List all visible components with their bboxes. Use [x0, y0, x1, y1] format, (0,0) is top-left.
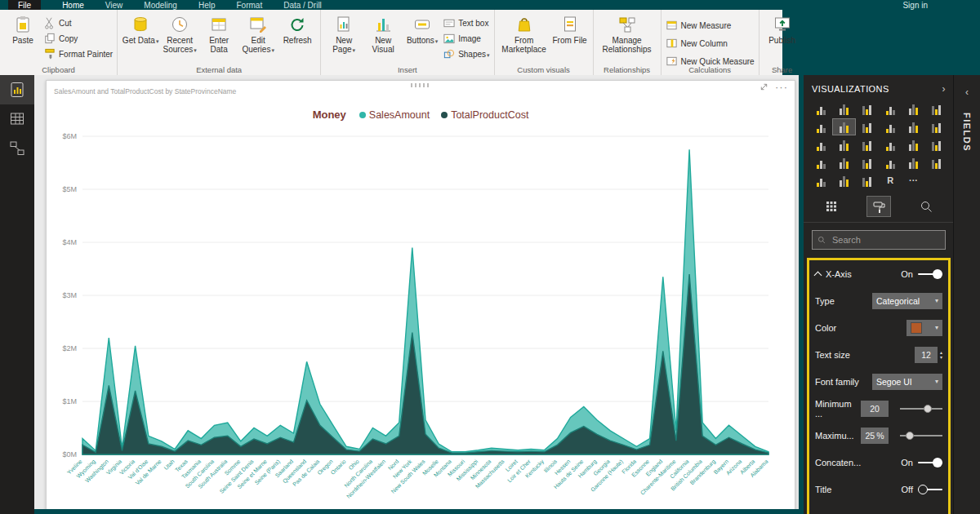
button-icon [412, 15, 432, 34]
kpi-icon[interactable] [926, 155, 947, 171]
multi-row-card-icon[interactable] [902, 155, 924, 171]
panel-tabs [804, 197, 954, 223]
from-file-button[interactable]: From File [551, 12, 589, 45]
analytics-tab[interactable] [915, 197, 938, 216]
copy-button[interactable]: Copy [43, 32, 113, 45]
scissors-icon [43, 16, 56, 29]
scatter-chart-icon[interactable] [833, 137, 854, 153]
format-highlight: X-Axis On Type Categorical▾ Color ▾ Text… [807, 258, 951, 514]
legend-item-totalproductcost[interactable]: TotalProductCost [441, 109, 528, 121]
data-view-button[interactable] [0, 104, 34, 134]
new-column-button[interactable]: New Column [666, 37, 755, 50]
maximum-input[interactable]: 25% [861, 428, 889, 444]
stacked-area-chart-icon[interactable] [857, 119, 878, 135]
title-toggle[interactable] [918, 484, 942, 495]
format-row-minimum: Minimum ... 20 [815, 395, 942, 422]
search-input[interactable] [831, 234, 940, 246]
r-script-visual-icon[interactable]: R [880, 173, 901, 188]
color-swatch [911, 322, 922, 334]
chart-plot-area[interactable]: $0M$1M$2M$3M$4M$5M$6MYvelineWyomingWashi… [50, 126, 785, 509]
collapse-panel-icon[interactable]: › [942, 83, 946, 95]
cut-button[interactable]: Cut [43, 16, 113, 29]
format-painter-button[interactable]: Format Painter [43, 47, 113, 60]
new-page-icon [334, 15, 354, 34]
sign-in-button[interactable]: Sign in [902, 0, 928, 11]
card-icon[interactable] [880, 155, 901, 171]
area-chart-visual[interactable]: ··· SalesAmount and TotalProductCost by … [46, 80, 795, 509]
new-visual-button[interactable]: New Visual [364, 12, 402, 54]
svg-text:$0M: $0M [62, 450, 77, 459]
pie-chart-icon[interactable] [857, 137, 878, 153]
more-options-icon[interactable]: ··· [775, 83, 788, 91]
paste-icon [13, 15, 33, 34]
fields-pane-collapsed[interactable]: ‹ FIELDS [953, 75, 980, 514]
map-icon[interactable] [926, 137, 947, 153]
minimum-slider[interactable] [900, 408, 942, 410]
paste-button[interactable]: Paste [4, 12, 42, 45]
line-and-clustered-column-chart-icon[interactable] [880, 119, 901, 135]
refresh-button[interactable]: Refresh [278, 12, 316, 45]
search-box[interactable] [812, 230, 946, 250]
manage-relationships-button[interactable]: Manage Relationships [598, 12, 657, 54]
100-stacked-bar-chart-icon[interactable] [902, 101, 924, 117]
table-icon[interactable] [833, 173, 854, 188]
stacked-bar-chart-icon[interactable] [810, 101, 831, 117]
matrix-icon[interactable] [857, 173, 878, 188]
from-marketplace-button[interactable]: From Marketplace [499, 12, 550, 54]
bar-chart-icon [373, 15, 393, 34]
shapes-button[interactable]: Shapes▾ [443, 47, 489, 60]
publish-icon [773, 15, 792, 34]
funnel-icon[interactable] [833, 155, 854, 171]
maximum-slider[interactable] [900, 435, 942, 436]
focus-mode-icon[interactable] [760, 82, 768, 91]
x-axis-toggle[interactable] [918, 268, 942, 280]
collapse-section-icon[interactable] [814, 271, 822, 279]
drag-handle[interactable] [411, 83, 430, 87]
minimum-input[interactable]: 20 [861, 401, 889, 417]
expand-fields-icon[interactable]: ‹ [965, 86, 969, 98]
area-chart-icon[interactable] [833, 119, 854, 135]
ribbon-group-clipboard: Paste Cut Copy Format Painter Clipboard [0, 10, 118, 75]
filled-map-icon[interactable] [810, 155, 831, 171]
copy-icon [43, 32, 56, 45]
custom-visuals-group-label: Custom visuals [495, 65, 593, 74]
treemap-icon[interactable] [902, 137, 924, 153]
slicer-icon[interactable] [810, 173, 831, 188]
concatenate-toggle[interactable] [918, 457, 942, 468]
relationships-group-label: Relationships [594, 65, 661, 74]
line-and-stacked-column-chart-icon[interactable] [902, 119, 924, 135]
stepper-down-icon[interactable]: ▾ [940, 355, 942, 360]
image-button[interactable]: Image [443, 32, 489, 45]
report-view-button[interactable] [0, 75, 34, 104]
edit-queries-button[interactable]: Edit Queries▾ [239, 12, 277, 54]
report-canvas[interactable]: ··· SalesAmount and TotalProductCost by … [34, 75, 799, 509]
legend-item-salesamount[interactable]: SalesAmount [359, 109, 430, 121]
color-dropdown[interactable]: ▾ [906, 320, 942, 336]
ribbon-group-relationships: Manage Relationships Relationships [594, 10, 662, 75]
format-tab[interactable] [867, 197, 890, 216]
text-size-stepper[interactable]: 12▴▾ [915, 347, 942, 363]
type-dropdown[interactable]: Categorical▾ [872, 293, 942, 309]
stacked-column-chart-icon[interactable] [833, 101, 854, 117]
text-box-button[interactable]: Text box [443, 16, 489, 29]
new-measure-button[interactable]: New Measure [666, 19, 755, 32]
publish-button[interactable]: Publish [764, 12, 801, 45]
line-chart-icon[interactable] [810, 119, 831, 135]
recent-sources-button[interactable]: Recent Sources▾ [161, 12, 198, 54]
clustered-bar-chart-icon[interactable] [857, 101, 878, 117]
get-data-button[interactable]: Get Data▾ [122, 12, 159, 45]
buttons-button[interactable]: Buttons▾ [403, 12, 441, 45]
visualizations-panel: VISUALIZATIONS › R··· X-Axis On Type Cat… [804, 75, 954, 514]
more-options-icon[interactable]: ··· [902, 173, 924, 188]
ribbon-chart-icon[interactable] [926, 119, 947, 135]
enter-data-button[interactable]: Enter Data [200, 12, 238, 54]
model-view-button[interactable] [0, 134, 34, 163]
new-page-button[interactable]: New Page▾ [325, 12, 363, 54]
100-stacked-column-chart-icon[interactable] [926, 101, 947, 117]
fields-tab[interactable] [820, 197, 843, 216]
clustered-column-chart-icon[interactable] [880, 101, 901, 117]
donut-chart-icon[interactable] [880, 137, 901, 153]
gauge-icon[interactable] [857, 155, 878, 171]
waterfall-chart-icon[interactable] [810, 137, 831, 153]
font-family-dropdown[interactable]: Segoe UI▾ [872, 374, 942, 390]
